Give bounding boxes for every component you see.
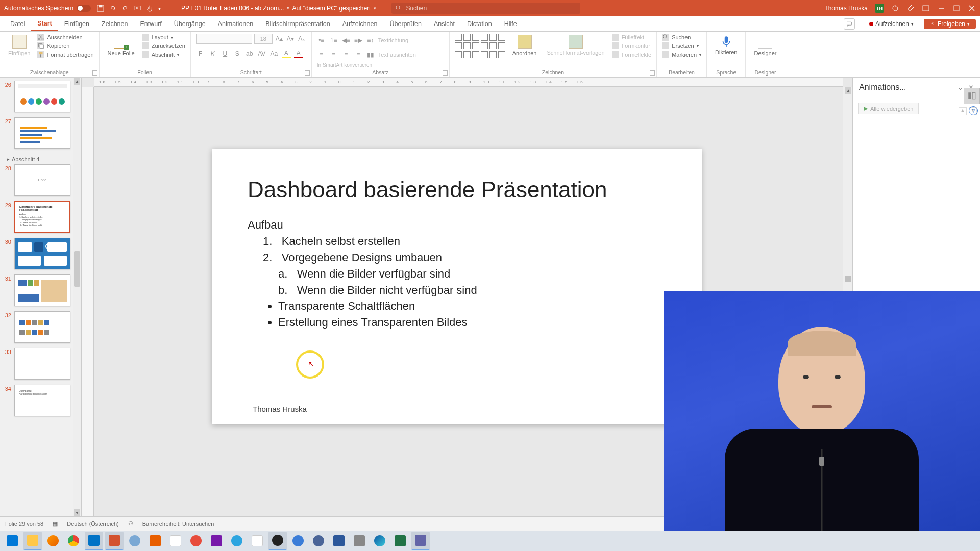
shape-icon[interactable] xyxy=(489,34,497,41)
align-text-button[interactable]: Text ausrichten xyxy=(378,50,416,59)
clear-format-icon[interactable]: Aₓ xyxy=(297,34,306,43)
align-right-icon[interactable]: ≡ xyxy=(341,50,351,59)
tab-dictation[interactable]: Dictation xyxy=(461,16,498,31)
thumb-preview[interactable] xyxy=(14,117,70,149)
aufzeichnen-button[interactable]: Aufzeichnen▾ xyxy=(863,19,920,29)
tab-einfuegen[interactable]: Einfügen xyxy=(58,16,95,31)
tab-datei[interactable]: Datei xyxy=(4,16,31,31)
decrease-font-icon[interactable]: A▾ xyxy=(286,34,295,43)
shape-icon[interactable] xyxy=(463,42,471,49)
thumbnail-34[interactable]: 34DashboardKaffeehaus Businessplan xyxy=(2,385,79,416)
shape-icon[interactable] xyxy=(472,34,479,41)
text-direction-button[interactable]: Textrichtung xyxy=(378,36,408,45)
shape-icon[interactable] xyxy=(489,51,497,58)
play-all-button[interactable]: ▶ Alle wiedergeben xyxy=(858,103,919,114)
redo-icon[interactable] xyxy=(121,5,129,12)
taskbar-app4[interactable] xyxy=(248,532,266,550)
chevron-down-icon[interactable]: ⌄ xyxy=(958,84,963,91)
columns-icon[interactable]: ▮▮ xyxy=(366,50,375,59)
thumbnail-scrollbar[interactable]: ▲ ▼ xyxy=(73,78,81,516)
font-family-combo[interactable] xyxy=(196,34,252,44)
bold-button[interactable]: F xyxy=(196,49,205,58)
thumb-preview[interactable]: DashboardKaffeehaus Businessplan xyxy=(14,385,70,416)
tab-hilfe[interactable]: Hilfe xyxy=(498,16,523,31)
layout-button[interactable]: Layout▾ xyxy=(142,34,185,41)
taskbar-telegram[interactable] xyxy=(228,532,246,550)
scroll-down-icon[interactable]: ▼ xyxy=(74,509,80,516)
comments-button[interactable] xyxy=(844,18,855,30)
taskbar-powerpoint[interactable] xyxy=(105,532,124,550)
save-icon[interactable] xyxy=(97,5,104,12)
thumbnail-30[interactable]: 30 xyxy=(2,238,79,269)
taskbar-obs[interactable] xyxy=(268,532,287,550)
shape-icon[interactable] xyxy=(463,34,471,41)
taskbar-app7[interactable] xyxy=(350,532,369,550)
taskbar-word[interactable] xyxy=(330,532,348,550)
pen-icon[interactable] xyxy=(906,4,915,12)
tab-animationen[interactable]: Animationen xyxy=(212,16,260,31)
find-button[interactable]: Suchen xyxy=(662,34,701,41)
taskbar-app[interactable] xyxy=(126,532,144,550)
freigeben-button[interactable]: Freigeben▾ xyxy=(924,19,976,29)
shape-icon[interactable] xyxy=(472,42,479,49)
taskbar-outlook[interactable] xyxy=(85,532,103,550)
slide-body[interactable]: Aufbau 1. Kacheln selbst erstellen 2. Vo… xyxy=(248,217,666,331)
reset-button[interactable]: Zurücksetzen xyxy=(142,42,185,49)
thumb-preview[interactable] xyxy=(14,348,70,380)
slideshow-icon[interactable] xyxy=(134,5,141,12)
thumbnail-27[interactable]: 27 xyxy=(2,117,79,149)
bullets-button[interactable]: •≡ xyxy=(317,36,326,45)
taskbar-app2[interactable] xyxy=(166,532,185,550)
slide-counter[interactable]: Folie 29 von 58 xyxy=(5,521,43,527)
shape-icon[interactable] xyxy=(498,42,505,49)
paste-button[interactable]: Einfügen xyxy=(5,34,33,57)
user-name[interactable]: Thomas Hruska xyxy=(824,5,868,12)
taskbar-app3[interactable] xyxy=(187,532,205,550)
scroll-thumb[interactable] xyxy=(74,251,80,287)
taskbar-app5[interactable] xyxy=(289,532,307,550)
taskbar-vlc[interactable] xyxy=(146,532,164,550)
font-color-button[interactable]: A xyxy=(294,49,303,58)
thumb-preview[interactable] xyxy=(14,238,70,269)
minimize-icon[interactable] xyxy=(937,4,945,12)
thumbnail-31[interactable]: 31 xyxy=(2,274,79,306)
scroll-up-icon[interactable]: ▲ xyxy=(845,87,851,94)
tab-aufzeichnen[interactable]: Aufzeichnen xyxy=(336,16,384,31)
italic-button[interactable]: K xyxy=(208,49,217,58)
slide-thumbnail-panel[interactable]: 26 27 ▸Abschnitt 4 28Ende 29Dashboard ba… xyxy=(0,78,82,516)
taskbar-explorer[interactable] xyxy=(23,532,42,550)
line-spacing-icon[interactable]: ≡↕ xyxy=(366,36,375,45)
shape-icon[interactable] xyxy=(498,51,505,58)
copy-button[interactable]: Kopieren xyxy=(37,42,93,49)
language-indicator[interactable]: Deutsch (Österreich) xyxy=(67,521,118,527)
dialog-launcher-icon[interactable] xyxy=(650,70,655,76)
dialog-launcher-icon[interactable] xyxy=(92,70,97,76)
thumb-preview[interactable]: Ende xyxy=(14,164,70,196)
slide-canvas[interactable]: Dashboard basierende Präsentation Aufbau… xyxy=(212,149,702,424)
user-avatar[interactable]: TH xyxy=(875,4,884,13)
shape-icon[interactable] xyxy=(455,42,462,49)
underline-button[interactable]: U xyxy=(220,49,230,58)
scroll-marker[interactable] xyxy=(845,276,851,282)
decrease-indent-icon[interactable]: ◀≡ xyxy=(341,36,351,45)
accessibility-check-icon[interactable]: ⚇ xyxy=(128,520,133,527)
thumb-preview[interactable] xyxy=(14,274,70,306)
help-icon[interactable]: ? xyxy=(969,106,978,115)
undo-icon[interactable] xyxy=(109,5,116,12)
justify-icon[interactable]: ≡ xyxy=(354,50,363,59)
taskbar-chrome[interactable] xyxy=(64,532,83,550)
thumbnail-28[interactable]: 28Ende xyxy=(2,164,79,196)
shape-icon[interactable] xyxy=(455,51,462,58)
spacing-button[interactable]: AV xyxy=(257,49,266,58)
shape-icon[interactable] xyxy=(481,42,488,49)
smartart-button[interactable]: In SmartArt konvertieren xyxy=(317,62,372,68)
autosave-toggle[interactable]: Automatisches Speichern xyxy=(4,5,91,12)
qat-dropdown-icon[interactable]: ▾ xyxy=(158,6,161,11)
move-up-icon[interactable]: ▲ xyxy=(959,107,967,115)
window-icon[interactable] xyxy=(922,4,930,12)
replace-button[interactable]: Ersetzen▾ xyxy=(662,42,701,49)
taskbar-app6[interactable] xyxy=(309,532,328,550)
shape-outline-button[interactable]: Formkontur xyxy=(612,42,652,49)
increase-indent-icon[interactable]: ≡▶ xyxy=(354,36,363,45)
shadow-button[interactable]: ab xyxy=(245,49,254,58)
